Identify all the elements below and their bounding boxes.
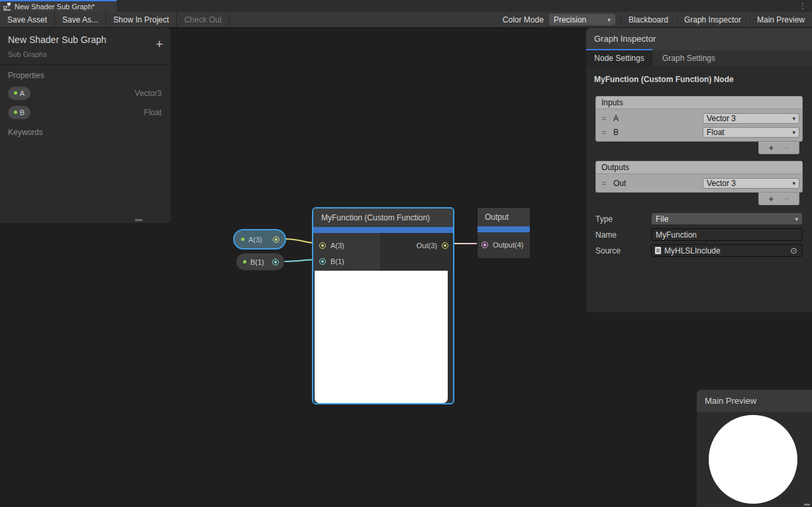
- graph-inspector-panel: Graph Inspector Node Settings Graph Sett…: [586, 28, 812, 312]
- source-value: MyHLSLInclude: [664, 246, 721, 255]
- preview-sphere[interactable]: [709, 415, 797, 504]
- save-as-button[interactable]: Save As...: [55, 12, 106, 27]
- toolbar-right-group: Color Mode Precision ▾ Blackboard Graph …: [497, 12, 812, 27]
- graph-inspector-toggle-button[interactable]: Graph Inspector: [676, 15, 749, 24]
- selected-node-heading: MyFunction (Custom Function) Node: [586, 66, 812, 91]
- output-port-vector3[interactable]: [442, 242, 448, 249]
- graph-inspector-title: Graph Inspector: [594, 34, 656, 44]
- blackboard-subtitle: Sub Graphs: [8, 50, 163, 58]
- input-type-dropdown[interactable]: Vector 3 ▾: [703, 113, 799, 124]
- subgraph-icon: [3, 3, 11, 11]
- add-output-button[interactable]: +: [768, 194, 774, 204]
- property-type: Vector3: [134, 89, 162, 98]
- input-port-row-output: Output(4): [478, 232, 530, 249]
- type-dropdown[interactable]: File ▾: [651, 212, 803, 225]
- tab-new-shader-sub-graph[interactable]: New Shader Sub Graph*: [0, 0, 117, 12]
- output-node[interactable]: Output Output(4): [477, 207, 531, 259]
- main-preview-toggle-button[interactable]: Main Preview: [749, 15, 812, 24]
- property-pill-b[interactable]: B: [8, 106, 30, 119]
- tab-graph-settings[interactable]: Graph Settings: [652, 50, 725, 66]
- node-title-bar[interactable]: Output: [478, 208, 530, 226]
- property-node-label: A(3): [248, 236, 262, 244]
- outputs-list-header: Outputs: [596, 161, 802, 174]
- save-asset-button[interactable]: Save Asset: [0, 12, 55, 27]
- graph-inspector-header[interactable]: Graph Inspector: [586, 28, 812, 50]
- tab-node-settings[interactable]: Node Settings: [586, 50, 652, 66]
- chevron-down-icon: ▾: [792, 115, 795, 122]
- drag-handle-icon[interactable]: =: [599, 179, 613, 188]
- output-row-out[interactable]: = Out Vector 3 ▾: [599, 176, 799, 190]
- custom-function-node[interactable]: MyFunction (Custom Function) A(3) B(1) O…: [312, 207, 454, 404]
- color-mode-label: Color Mode: [497, 15, 549, 24]
- source-label: Source: [595, 246, 651, 255]
- port-label: Output(4): [493, 241, 523, 249]
- blackboard-title: New Shader Sub Graph: [8, 34, 163, 45]
- source-object-field[interactable]: MyHLSLInclude ⊙: [651, 244, 803, 257]
- main-preview-header[interactable]: Main Preview: [697, 390, 812, 412]
- node-title-bar[interactable]: MyFunction (Custom Function): [313, 208, 453, 227]
- chevron-down-icon: ▾: [795, 216, 798, 222]
- inputs-list-footer: + −: [758, 142, 799, 154]
- object-picker-icon[interactable]: ⊙: [789, 246, 799, 255]
- window-menu-icon[interactable]: ⋮: [799, 1, 807, 11]
- blackboard-property-row[interactable]: A Vector3: [0, 83, 171, 103]
- output-name: Out: [613, 179, 703, 188]
- port-label: A(3): [330, 242, 344, 250]
- blackboard-header[interactable]: New Shader Sub Graph Sub Graphs +: [0, 28, 171, 65]
- chevron-down-icon: ▾: [607, 17, 611, 23]
- type-value: File: [656, 214, 668, 224]
- blackboard-panel: New Shader Sub Graph Sub Graphs + Proper…: [0, 28, 171, 223]
- file-icon: [655, 247, 661, 254]
- remove-input-button[interactable]: −: [784, 143, 789, 153]
- shader-graph-toolbar: Save Asset Save As... Show In Project Ch…: [0, 12, 812, 28]
- output-port-row: Out(3): [417, 242, 448, 250]
- preview-resize-handle[interactable]: [804, 504, 810, 506]
- keywords-section-label: Keywords: [0, 122, 171, 140]
- show-in-project-button[interactable]: Show In Project: [106, 12, 177, 27]
- output-port-float[interactable]: [272, 259, 279, 265]
- input-name: A: [613, 114, 703, 123]
- chevron-down-icon: ▾: [792, 129, 795, 136]
- name-label: Name: [595, 230, 651, 240]
- properties-section-label: Properties: [0, 65, 171, 83]
- output-type-value: Vector 3: [707, 179, 736, 188]
- type-field-row: Type File ▾: [595, 212, 803, 225]
- input-port-float[interactable]: [319, 258, 326, 265]
- add-input-button[interactable]: +: [768, 143, 774, 153]
- main-preview-panel: Main Preview: [697, 390, 812, 507]
- precision-color-bar: [478, 226, 530, 232]
- input-type-value: Vector 3: [707, 114, 736, 123]
- input-port-row-b: B(1): [319, 257, 344, 265]
- remove-output-button[interactable]: −: [784, 194, 789, 204]
- check-out-button: Check Out: [177, 12, 230, 27]
- input-row-b[interactable]: = B Float ▾: [599, 125, 799, 139]
- input-row-a[interactable]: = A Vector 3 ▾: [599, 111, 799, 125]
- input-type-dropdown[interactable]: Float ▾: [703, 127, 799, 138]
- output-port-vector3[interactable]: [273, 236, 279, 243]
- property-node-a[interactable]: A(3): [233, 229, 286, 250]
- inputs-list: Inputs = A Vector 3 ▾ = B Float ▾: [595, 96, 803, 142]
- tab-bar: New Shader Sub Graph* ⋮: [0, 0, 812, 12]
- add-property-button[interactable]: +: [156, 38, 163, 50]
- blackboard-property-row[interactable]: B Float: [0, 103, 171, 122]
- precision-color-bar: [313, 227, 453, 233]
- property-name: A: [20, 89, 25, 97]
- color-mode-dropdown[interactable]: Precision ▾: [549, 14, 615, 25]
- chevron-down-icon: ▾: [792, 180, 795, 187]
- exposed-property-dot: [243, 260, 246, 263]
- property-pill-a[interactable]: A: [8, 87, 30, 100]
- function-name-input[interactable]: [651, 228, 803, 241]
- output-type-dropdown[interactable]: Vector 3 ▾: [703, 178, 799, 189]
- input-port-vector4[interactable]: [482, 242, 488, 248]
- name-field-row: Name: [595, 228, 803, 241]
- drag-handle-icon[interactable]: =: [599, 128, 613, 137]
- property-type: Float: [144, 108, 162, 117]
- inspector-tab-row: Node Settings Graph Settings: [586, 50, 812, 66]
- blackboard-toggle-button[interactable]: Blackboard: [621, 15, 676, 24]
- blackboard-resize-handle[interactable]: [135, 219, 142, 221]
- node-preview-image: [315, 271, 448, 403]
- color-mode-value: Precision: [554, 15, 586, 24]
- property-node-b[interactable]: B(1): [236, 253, 285, 271]
- input-port-vector3[interactable]: [319, 242, 326, 249]
- drag-handle-icon[interactable]: =: [599, 114, 613, 123]
